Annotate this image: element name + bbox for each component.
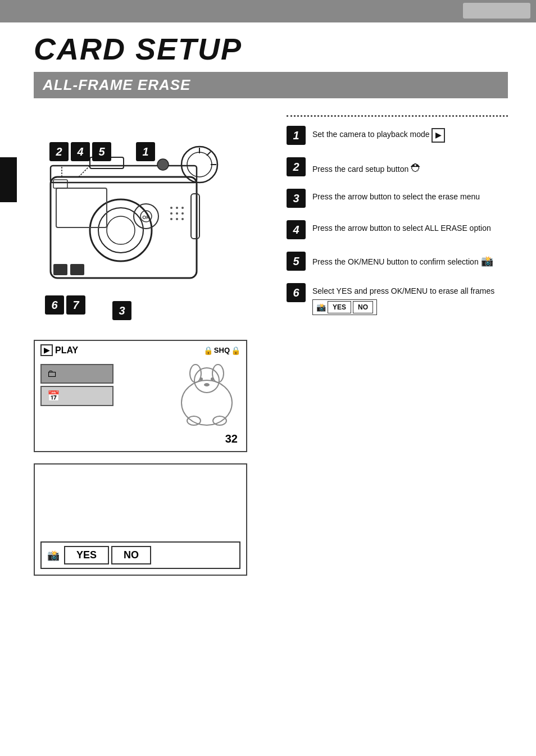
svg-point-39	[213, 416, 226, 425]
mini-yes-btn: YES	[328, 301, 351, 313]
dog-image	[170, 358, 243, 431]
step-4: 4 Press the arrow button to select ALL E…	[287, 220, 508, 239]
mini-confirm-row: 📸 YES NO	[312, 299, 377, 315]
left-column: 2 4 5 1	[34, 115, 270, 576]
svg-point-38	[187, 416, 201, 425]
step-3-text: Press the arrow button to select the era…	[312, 189, 480, 203]
lock-icon-top: 🔒	[203, 346, 213, 355]
step-6: 6 Select YES and press OK/MENU to erase …	[287, 283, 508, 315]
badge-2: 2	[49, 142, 69, 161]
camera-bottom-labels: 6 7	[45, 295, 85, 315]
svg-point-23	[170, 218, 172, 220]
badge-1: 1	[136, 142, 155, 161]
shq-text: SHQ	[214, 346, 230, 354]
svg-rect-16	[53, 180, 67, 188]
right-column: 1 Set the camera to playback mode ▶ 2 Pr…	[287, 115, 508, 576]
film-icon-step5: 📸	[481, 256, 493, 267]
camera-area: 2 4 5 1	[34, 115, 270, 329]
print-icon: 📅	[47, 390, 60, 402]
step-6-text: Select YES and press OK/MENU to erase al…	[312, 283, 508, 315]
lock-icon-top2: 🔒	[231, 346, 240, 355]
svg-point-37	[204, 383, 210, 386]
play-screen: ▶ PLAY 🔒 SHQ 🔒	[34, 340, 247, 452]
svg-rect-28	[70, 264, 84, 275]
confirm-row: 📸 YES NO	[40, 541, 240, 569]
no-button[interactable]: NO	[111, 546, 151, 564]
step-2-text: Press the card setup button ⛑	[312, 157, 422, 176]
svg-point-18	[176, 207, 178, 209]
svg-point-31	[181, 380, 232, 425]
badge-6: 6	[45, 295, 64, 315]
play-label-area: ▶ PLAY	[40, 344, 78, 356]
svg-point-20	[170, 212, 172, 215]
svg-point-7	[187, 152, 212, 177]
step-4-badge: 4	[287, 220, 306, 239]
svg-rect-27	[53, 264, 67, 275]
svg-point-19	[181, 207, 184, 209]
page-title: CARD SETUP	[0, 22, 536, 72]
step-2: 2 Press the card setup button ⛑	[287, 157, 508, 176]
shq-label-area: 🔒 SHQ 🔒	[203, 346, 240, 355]
camera-badge-3: 3	[112, 301, 131, 320]
svg-point-34	[212, 365, 224, 382]
svg-point-3	[98, 208, 143, 253]
confirm-dialog-box: 📸 YES NO	[34, 463, 247, 576]
svg-line-30	[79, 166, 90, 177]
badge-5: 5	[92, 142, 111, 161]
svg-point-25	[181, 218, 184, 220]
svg-point-2	[90, 199, 152, 261]
step-6-badge: 6	[287, 283, 306, 302]
side-tab	[0, 157, 17, 202]
badge-4: 4	[71, 142, 90, 161]
step-5-badge: 5	[287, 252, 306, 271]
step-2-badge: 2	[287, 157, 306, 176]
svg-point-22	[181, 212, 184, 215]
play-mode-icon: ▶	[40, 344, 53, 356]
top-bar	[0, 0, 536, 22]
svg-point-21	[176, 212, 178, 215]
erase-icon: 🗀	[47, 368, 57, 380]
step-1-badge: 1	[287, 126, 306, 145]
confirm-empty-space	[40, 470, 240, 541]
svg-text:OK: OK	[142, 215, 150, 220]
person-icon: ⛑	[411, 162, 422, 174]
section-header: ALL-FRAME ERASE	[34, 72, 508, 98]
svg-point-36	[211, 377, 214, 381]
svg-point-35	[199, 377, 203, 381]
step-4-text: Press the arrow button to select ALL ERA…	[312, 220, 491, 234]
step-1: 1 Set the camera to playback mode ▶	[287, 126, 508, 145]
step-1-text: Set the camera to playback mode ▶	[312, 126, 445, 143]
mini-film-icon: 📸	[316, 302, 326, 313]
svg-point-17	[170, 207, 172, 209]
badge-7: 7	[66, 295, 85, 315]
section-header-text: ALL-FRAME ERASE	[43, 76, 190, 93]
step-3-badge: 3	[287, 189, 306, 208]
page-number: 32	[225, 432, 238, 445]
screen-top-bar: ▶ PLAY 🔒 SHQ 🔒	[35, 341, 246, 359]
screen-inner: ▶ PLAY 🔒 SHQ 🔒	[35, 341, 246, 451]
confirm-film-icon: 📸	[47, 549, 60, 562]
step-3: 3 Press the arrow button to select the e…	[287, 189, 508, 208]
svg-point-33	[190, 365, 201, 382]
yes-button[interactable]: YES	[64, 546, 109, 564]
step-5: 5 Press the OK/MENU button to confirm se…	[287, 252, 508, 271]
top-bar-inner	[463, 3, 530, 19]
menu-item-print: 📅	[40, 386, 113, 406]
camera-top-labels: 2 4 5 1	[49, 142, 155, 161]
svg-rect-26	[191, 194, 199, 239]
dotted-divider	[287, 115, 508, 117]
svg-point-4	[107, 216, 135, 244]
svg-point-11	[157, 159, 169, 170]
play-box-icon: ▶	[431, 128, 445, 143]
main-content: 2 4 5 1	[0, 110, 536, 581]
menu-item-erase: 🗀	[40, 364, 113, 384]
step-5-text: Press the OK/MENU button to confirm sele…	[312, 252, 493, 269]
svg-line-9	[207, 152, 211, 156]
play-text: PLAY	[55, 345, 78, 356]
svg-point-24	[176, 218, 178, 220]
dog-svg	[170, 358, 243, 431]
badge-3: 3	[112, 301, 131, 320]
mini-no-btn: NO	[353, 301, 373, 313]
